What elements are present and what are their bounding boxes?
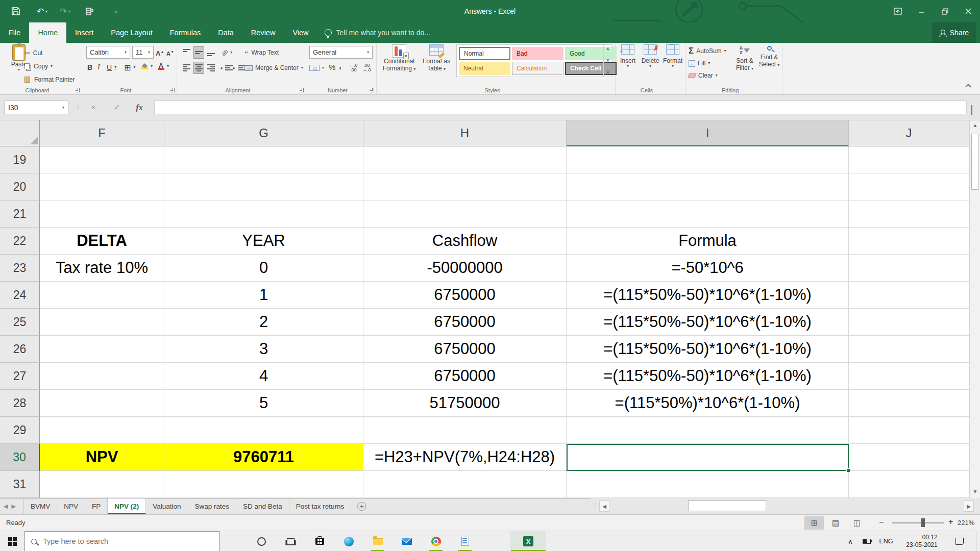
cell-G19[interactable] (164, 146, 363, 173)
fill-button[interactable]: ↓ Fill▾ (689, 57, 710, 69)
cell-H22[interactable]: Cashflow (363, 228, 567, 255)
percent-style-button[interactable]: % (329, 61, 335, 73)
cell-F31[interactable] (40, 471, 164, 498)
cell-G30[interactable]: 9760711 (164, 444, 363, 471)
tab-view[interactable]: View (284, 22, 317, 43)
cell-G21[interactable] (164, 201, 363, 228)
cell-J26[interactable] (849, 336, 969, 363)
cell-F26[interactable] (40, 336, 164, 363)
cell-H27[interactable]: 6750000 (363, 363, 567, 390)
sort-filter-button[interactable]: AZ Sort &Filter ▾ (732, 46, 757, 93)
collapse-ribbon-button[interactable] (966, 83, 972, 89)
find-select-button[interactable]: Find &Select ▾ (757, 46, 781, 93)
microsoft-store-icon[interactable] (309, 531, 330, 551)
file-explorer-icon[interactable] (368, 531, 388, 551)
show-desktop-button[interactable] (976, 531, 976, 551)
bold-button[interactable]: B (87, 61, 92, 73)
scroll-up-button[interactable]: ▲ (970, 122, 980, 128)
restore-button[interactable] (933, 0, 957, 22)
row-header-21[interactable]: 21 (0, 201, 40, 228)
tab-insert[interactable]: Insert (66, 22, 102, 43)
align-center-button[interactable] (193, 62, 204, 74)
tell-me-box[interactable]: Tell me what you want to do... (325, 22, 430, 43)
cell-H31[interactable] (363, 471, 567, 498)
cell-F25[interactable] (40, 309, 164, 336)
row-header-26[interactable]: 26 (0, 336, 40, 363)
cell-F28[interactable] (40, 390, 164, 417)
zoom-slider-thumb[interactable] (921, 518, 925, 527)
name-box-dropdown-icon[interactable]: ▾ (62, 106, 64, 110)
shrink-font-button[interactable]: A▼ (166, 46, 174, 59)
cell-G29[interactable] (164, 417, 363, 444)
tray-expand-icon[interactable]: ∧ (843, 531, 857, 551)
orientation-button[interactable]: ab▾ (220, 46, 234, 59)
new-sheet-button[interactable]: + (357, 498, 366, 514)
bottom-align-button[interactable] (206, 46, 216, 59)
copy-dropdown-icon[interactable]: ▾ (51, 64, 53, 68)
row-header-25[interactable]: 25 (0, 309, 40, 336)
horizontal-scrollbar[interactable]: ⋮ ◀ ▶ (591, 498, 980, 514)
autosum-button[interactable]: Σ AutoSum▾ (689, 45, 726, 57)
scroll-right-button[interactable]: ▶ (964, 500, 974, 512)
minimize-button[interactable] (910, 0, 933, 22)
zoom-slider-track[interactable] (892, 522, 944, 523)
copy-button[interactable]: Copy ▾ (24, 60, 53, 72)
column-header-G[interactable]: G (164, 120, 363, 146)
cell-G20[interactable] (164, 173, 363, 201)
cell-G28[interactable]: 5 (164, 390, 363, 417)
formula-input[interactable] (154, 101, 967, 114)
clock[interactable]: 00:12 23-05-2021 (898, 531, 945, 551)
cell-I23[interactable]: =-50*10^6 (567, 255, 849, 282)
number-format-select[interactable]: General▾ (309, 46, 373, 59)
scroll-left-button[interactable]: ◀ (599, 500, 609, 512)
row-header-31[interactable]: 31 (0, 471, 40, 498)
vertical-scroll-thumb[interactable] (971, 134, 978, 190)
close-button[interactable] (957, 0, 980, 22)
cell-I28[interactable]: =(115*50%)*10^6*(1-10%) (567, 390, 849, 417)
fill-color-button[interactable]: ▾ (141, 60, 153, 72)
accounting-format-button[interactable]: ▾ (309, 62, 324, 74)
middle-align-button[interactable] (193, 46, 204, 59)
search-input[interactable] (43, 537, 196, 545)
zoom-level[interactable]: 221% (958, 519, 974, 527)
cell-H29[interactable] (363, 417, 567, 444)
row-header-28[interactable]: 28 (0, 390, 40, 417)
cell-F24[interactable] (40, 282, 164, 309)
merge-center-button[interactable]: ↔ Merge & Center ▾ (244, 62, 303, 74)
cell-I21[interactable] (567, 201, 849, 228)
format-cells-button[interactable]: ↔ Format▾ (662, 44, 684, 91)
cell-F27[interactable] (40, 363, 164, 390)
cell-I24[interactable]: =(115*50%-50)*10^6*(1-10%) (567, 282, 849, 309)
cortana-button[interactable] (251, 531, 272, 551)
cell-J22[interactable] (849, 228, 969, 255)
conditional-formatting-button[interactable]: ≠ ConditionalFormatting ▾ (381, 44, 418, 91)
alignment-dialog-launcher[interactable] (299, 88, 304, 92)
normal-view-button[interactable]: ⊞ (804, 516, 824, 530)
cell-J19[interactable] (849, 146, 969, 173)
comma-style-button[interactable]: , (339, 60, 341, 72)
cell-J20[interactable] (849, 173, 969, 201)
horizontal-scroll-thumb[interactable] (688, 500, 766, 511)
cell-I20[interactable] (567, 173, 849, 201)
edge-icon[interactable] (338, 531, 359, 551)
mail-icon[interactable] (397, 531, 417, 551)
wrap-text-button[interactable]: ↵ Wrap Text (244, 46, 279, 59)
decrease-indent-button[interactable]: ◂ (220, 62, 230, 74)
styles-gallery-scroll[interactable]: ▲▼▼ (603, 45, 612, 77)
cell-I31[interactable] (567, 471, 849, 498)
cell-F29[interactable] (40, 417, 164, 444)
row-header-29[interactable]: 29 (0, 417, 40, 444)
borders-button[interactable]: ⊞▾ (124, 61, 135, 73)
delete-cells-button[interactable]: ✗ Delete▾ (639, 44, 662, 91)
zoom-in-button[interactable]: + (948, 517, 953, 527)
select-all-corner[interactable] (0, 120, 40, 146)
tab-home[interactable]: Home (29, 22, 66, 43)
sheet-tab-npv[interactable]: NPV (57, 498, 85, 514)
action-center-icon[interactable] (950, 531, 969, 551)
formula-bar-drag-handle[interactable]: ⋮ (75, 102, 82, 110)
cell-F30[interactable]: NPV (40, 444, 164, 471)
tab-page-layout[interactable]: Page Layout (102, 22, 161, 43)
sheet-nav-left-icon[interactable]: ◀ (0, 498, 11, 514)
decrease-decimal-button[interactable]: .00 →.0 (362, 62, 371, 74)
cell-J29[interactable] (849, 417, 969, 444)
